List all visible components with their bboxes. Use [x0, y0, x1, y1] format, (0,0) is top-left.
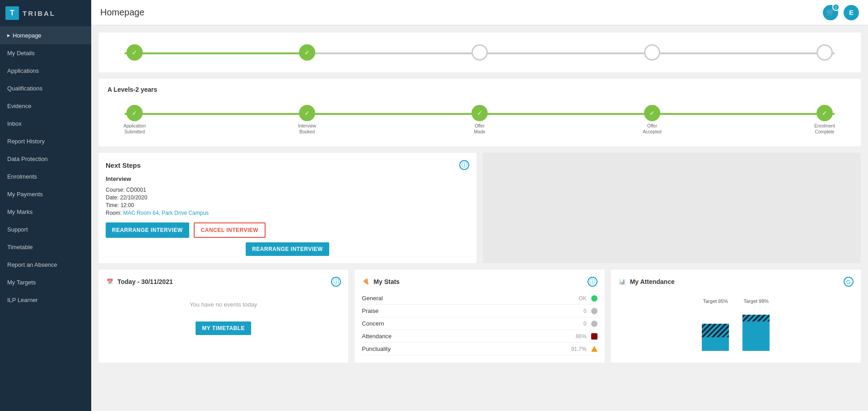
sidebar-item-ilp-learner[interactable]: ILP Learner	[0, 291, 91, 309]
stat-indicator	[591, 308, 597, 314]
step-label: ApplicationSubmitted	[124, 123, 146, 135]
course-detail: Course: CD0001	[106, 187, 469, 193]
sidebar: T TRIBAL HomepageMy DetailsApplicationsQ…	[0, 0, 91, 411]
step-4-card1	[634, 44, 670, 61]
progress-card-2: A Levels-2 years ✓ ApplicationSubmitted …	[98, 79, 861, 146]
sidebar-item-homepage[interactable]: Homepage	[0, 27, 91, 44]
sidebar-item-report-history[interactable]: Report History	[0, 132, 91, 150]
stats-rows: GeneralOKPraise0Concern0Attendance86%Pun…	[362, 292, 597, 355]
sidebar-item-evidence[interactable]: Evidence	[0, 97, 91, 115]
step-circle: ✓	[299, 44, 315, 61]
cancel-interview-button[interactable]: CANCEL INTERVIEW	[194, 222, 266, 238]
sidebar-item-applications[interactable]: Applications	[0, 62, 91, 80]
step-1-card2: ✓ ApplicationSubmitted	[117, 105, 153, 135]
bar-outer	[742, 306, 770, 351]
main-area: Homepage 🛒 1 E ✓	[91, 0, 868, 411]
my-timetable-button[interactable]: MY TIMETABLE	[196, 321, 251, 335]
sidebar-item-support[interactable]: Support	[0, 221, 91, 238]
bar-fill-hatched	[742, 315, 770, 321]
step-5-card2: ✓ EnrolmentComplete	[807, 105, 843, 135]
step-1-card1: ✓	[117, 44, 153, 61]
step-circle: ✓	[126, 105, 143, 121]
today-panel: 📅 Today - 30/11/2021 ⓘ You have no event…	[98, 269, 348, 363]
step-3-card2: ✓ OfferMade	[462, 105, 498, 135]
bar-outer	[702, 306, 729, 351]
calendar-icon: 📅	[106, 278, 114, 286]
stat-indicator	[591, 321, 597, 327]
logo-letter: T	[10, 9, 14, 17]
room-detail: Room: MAC Room 64, Park Drive Campus	[106, 210, 469, 216]
stat-label: General	[362, 295, 383, 302]
user-initial: E	[849, 9, 854, 16]
stat-row: Praise0	[362, 305, 597, 317]
logo-box: T	[5, 6, 19, 20]
stat-indicator	[591, 333, 597, 340]
stat-right: OK	[579, 295, 597, 302]
stat-label: Attendance	[362, 333, 392, 340]
cart-badge: 1	[832, 4, 840, 11]
stats-info-icon[interactable]: ⓘ	[588, 277, 597, 287]
step-circle: ✓	[644, 105, 660, 121]
rearrange-standalone-row: REARRANGE INTERVIEW	[106, 242, 469, 256]
upper-content: Next Steps ⓘ Interview Course: CD0001 Da…	[98, 153, 861, 263]
step-circle	[471, 44, 488, 61]
today-panel-header: 📅 Today - 30/11/2021 ⓘ	[106, 277, 341, 287]
stat-row: GeneralOK	[362, 292, 597, 305]
stat-right: 0	[583, 308, 597, 314]
step-2-card1: ✓	[289, 44, 325, 61]
stats-icon: 🍕	[362, 278, 370, 286]
sidebar-nav: HomepageMy DetailsApplicationsQualificat…	[0, 27, 91, 309]
room-link[interactable]: MAC Room 64, Park Drive Campus	[123, 210, 209, 216]
stats-header: 🍕 My Stats ⓘ	[362, 277, 597, 287]
step-circle: ✓	[126, 44, 143, 61]
lower-content: 📅 Today - 30/11/2021 ⓘ You have no event…	[98, 269, 861, 363]
sidebar-item-qualifications[interactable]: Qualifications	[0, 80, 91, 97]
stats-title-row: 🍕 My Stats	[362, 278, 400, 286]
stat-label: Concern	[362, 320, 384, 327]
my-stats-panel: 🍕 My Stats ⓘ GeneralOKPraise0Concern0Att…	[355, 269, 604, 363]
step-label: EnrolmentComplete	[814, 123, 835, 135]
content-area: ✓ ✓ A Levels	[91, 25, 868, 411]
today-info-icon[interactable]: ⓘ	[331, 277, 341, 287]
progress-card-1: ✓ ✓	[98, 33, 861, 72]
stat-right: 86%	[576, 333, 597, 340]
sidebar-item-my-marks[interactable]: My Marks	[0, 203, 91, 221]
sidebar-item-my-payments[interactable]: My Payments	[0, 185, 91, 203]
stat-indicator	[591, 346, 597, 352]
sidebar-logo: T TRIBAL	[0, 0, 91, 27]
user-avatar[interactable]: E	[844, 5, 859, 20]
stat-value: OK	[579, 295, 586, 302]
sidebar-item-report-an-absence[interactable]: Report an Absence	[0, 256, 91, 274]
sidebar-item-my-details[interactable]: My Details	[0, 44, 91, 62]
bar-group: Target 98%	[742, 298, 770, 351]
rearrange-interview-button-2[interactable]: REARRANGE INTERVIEW	[246, 242, 329, 256]
stat-row: Concern0	[362, 317, 597, 330]
page-title: Homepage	[100, 7, 145, 18]
step-5-card1	[807, 44, 843, 61]
header: Homepage 🛒 1 E	[91, 0, 868, 25]
next-steps-info-icon[interactable]: ⓘ	[459, 160, 469, 170]
interview-label: Interview	[106, 175, 469, 182]
bar-fill-teal	[702, 324, 729, 351]
attendance-bars: Target 95%Target 98%	[618, 292, 854, 351]
stat-value: 0	[583, 308, 587, 314]
date-detail: Date: 22/10/2020	[106, 194, 469, 201]
sidebar-item-my-targets[interactable]: My Targets	[0, 274, 91, 291]
sidebar-item-enrolments[interactable]: Enrolments	[0, 168, 91, 185]
sidebar-item-timetable[interactable]: Timetable	[0, 238, 91, 256]
stat-indicator	[591, 295, 597, 302]
stat-row: Attendance86%	[362, 330, 597, 343]
sidebar-item-data-protection[interactable]: Data Protection	[0, 150, 91, 168]
next-steps-header: Next Steps ⓘ	[106, 160, 469, 170]
header-actions: 🛒 1 E	[823, 5, 859, 20]
attendance-info-icon[interactable]: ⊙	[844, 277, 854, 287]
sidebar-item-inbox[interactable]: Inbox	[0, 115, 91, 132]
today-title: Today - 30/11/2021	[117, 278, 173, 285]
my-attendance-panel: 📊 My Attendance ⊙ Target 95%Target 98%	[611, 269, 861, 363]
step-circle: ✓	[817, 105, 833, 121]
step-label: OfferAccepted	[643, 123, 662, 135]
cart-button[interactable]: 🛒 1	[823, 5, 838, 20]
rearrange-interview-button-1[interactable]: REARRANGE INTERVIEW	[106, 222, 189, 238]
bar-fill-teal	[742, 315, 770, 351]
stat-label: Praise	[362, 307, 378, 314]
